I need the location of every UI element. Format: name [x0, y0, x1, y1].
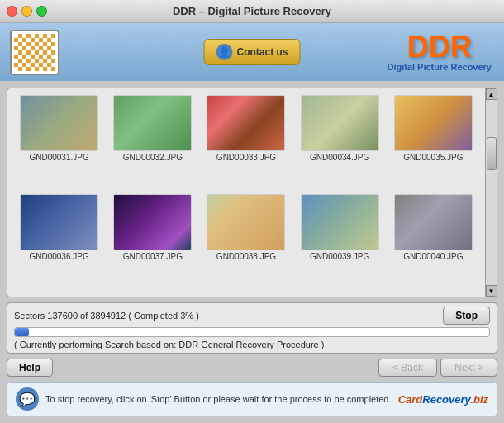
info-panel: 💬 To stop recovery, click on 'Stop' Butt…	[7, 382, 497, 416]
ddr-logo: DDR Digital Picture Recovery	[387, 32, 492, 72]
photo-filename: GND00034.JPG	[310, 153, 369, 162]
photo-item[interactable]: GND00037.JPG	[107, 194, 197, 290]
checkerboard-icon	[14, 34, 55, 71]
bottom-bar: Help < Back Next >	[7, 359, 497, 377]
scroll-track	[486, 100, 497, 285]
photo-item[interactable]: GND00039.JPG	[295, 194, 385, 290]
photo-filename: GND00035.JPG	[403, 153, 463, 162]
photo-thumbnail	[301, 194, 379, 250]
help-button[interactable]: Help	[7, 359, 53, 377]
photo-filename: GND00040.JPG	[403, 252, 463, 261]
window-title: DDR – Digital Picture Recovery	[173, 5, 331, 17]
photo-item[interactable]: GND00033.JPG	[201, 95, 291, 191]
scroll-down-button[interactable]: ▼	[486, 285, 497, 297]
next-button[interactable]: Next >	[440, 359, 497, 377]
photo-grid: GND00031.JPGGND00032.JPGGND00033.JPGGND0…	[7, 88, 485, 297]
close-button[interactable]	[7, 6, 17, 17]
photo-item[interactable]: GND00036.JPG	[14, 194, 104, 290]
photo-item[interactable]: GND00034.JPG	[295, 95, 385, 191]
title-bar: DDR – Digital Picture Recovery	[0, 0, 504, 23]
photo-thumbnail	[20, 194, 98, 250]
photo-filename: GND00038.JPG	[216, 252, 276, 261]
photo-thumbnail	[207, 95, 285, 151]
photo-item[interactable]: GND00038.JPG	[201, 194, 291, 290]
progress-area: Sectors 137600 of 3894912 ( Completed 3%…	[7, 302, 497, 354]
info-message: To stop recovery, click on 'Stop' Button…	[45, 394, 392, 404]
photo-filename: GND00032.JPG	[123, 153, 183, 162]
contact-person-icon: 👤	[216, 44, 232, 60]
photo-thumbnail	[207, 194, 285, 250]
progress-bar-container	[14, 327, 490, 337]
procedure-text: ( Currently performing Search based on: …	[14, 340, 490, 349]
brand-text: CardRecovery.biz	[398, 393, 488, 406]
maximize-button[interactable]	[36, 6, 47, 17]
minimize-button[interactable]	[21, 6, 32, 17]
progress-status-text: Sectors 137600 of 3894912 ( Completed 3%…	[14, 311, 199, 321]
logo-icon	[10, 30, 59, 75]
scroll-up-button[interactable]: ▲	[486, 88, 497, 100]
photo-item[interactable]: GND00032.JPG	[107, 95, 197, 191]
progress-bar-fill	[15, 328, 29, 336]
back-button[interactable]: < Back	[378, 359, 437, 377]
nav-buttons: < Back Next >	[378, 359, 497, 377]
contact-label: Contact us	[236, 46, 288, 58]
photo-thumbnail	[20, 95, 98, 151]
photo-thumbnail	[113, 95, 192, 151]
scrollbar[interactable]: ▲ ▼	[485, 88, 497, 297]
photo-filename: GND00036.JPG	[29, 252, 88, 261]
main-content: GND00031.JPGGND00032.JPGGND00033.JPGGND0…	[0, 81, 504, 423]
photo-thumbnail	[301, 95, 379, 151]
app-header: 👤 Contact us DDR Digital Picture Recover…	[0, 23, 504, 81]
stop-button[interactable]: Stop	[443, 307, 490, 325]
photo-grid-area: GND00031.JPGGND00032.JPGGND00033.JPGGND0…	[7, 88, 497, 297]
photo-filename: GND00039.JPG	[310, 252, 369, 261]
photo-thumbnail	[113, 194, 192, 250]
window-controls[interactable]	[7, 6, 47, 17]
contact-button[interactable]: 👤 Contact us	[203, 39, 300, 65]
photo-thumbnail	[394, 194, 473, 250]
scroll-thumb[interactable]	[487, 137, 497, 170]
ddr-subtitle: Digital Picture Recovery	[387, 62, 492, 72]
photo-item[interactable]: GND00031.JPG	[14, 95, 104, 191]
photo-thumbnail	[394, 95, 473, 151]
photo-item[interactable]: GND00040.JPG	[388, 194, 478, 290]
photo-item[interactable]: GND00035.JPG	[388, 95, 478, 191]
photo-filename: GND00031.JPG	[29, 153, 88, 162]
ddr-text: DDR	[387, 32, 492, 62]
photo-filename: GND00033.JPG	[216, 153, 276, 162]
info-icon: 💬	[16, 387, 39, 411]
photo-filename: GND00037.JPG	[123, 252, 183, 261]
